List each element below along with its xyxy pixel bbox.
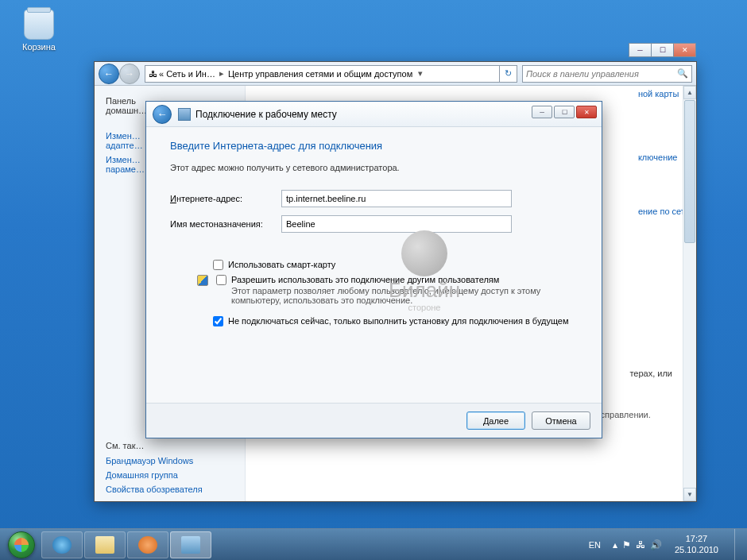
system-tray: EN ▴ ⚑ 🖧 🔊 17:27 25.10.2010 [585, 529, 744, 561]
sidebar-link-homegroup[interactable]: Домашняя группа [101, 468, 244, 482]
cancel-button[interactable]: Отмена [532, 411, 590, 430]
sidebar-see-also: См. так… [101, 438, 244, 454]
taskbar: EN ▴ ⚑ 🖧 🔊 17:27 25.10.2010 [0, 528, 747, 560]
search-icon: 🔍 [677, 68, 688, 79]
wizard-icon [178, 108, 191, 121]
flag-icon[interactable]: ⚑ [622, 539, 631, 550]
breadcrumb[interactable]: 🖧 « Сеть и Ин… ▸ Центр управления сетями… [145, 65, 500, 83]
wizard-hint: Этот адрес можно получить у сетевого адм… [170, 163, 578, 172]
minimize-button[interactable]: ─ [629, 43, 652, 57]
ie-icon [52, 536, 72, 554]
show-desktop-button[interactable] [734, 529, 742, 561]
smartcard-label: Использовать смарт-карту [228, 260, 335, 269]
breadcrumb-part[interactable]: Центр управления сетями и общим доступом [228, 69, 412, 79]
smartcard-checkbox[interactable] [213, 260, 223, 270]
start-button[interactable] [3, 531, 40, 559]
dont-connect-now-checkbox[interactable] [213, 316, 223, 326]
scroll-thumb[interactable] [684, 100, 695, 243]
wizard-heading: Введите Интернета-адрес для подключения [170, 140, 578, 152]
close-button[interactable]: ✕ [673, 43, 696, 57]
wizard-maximize-button[interactable]: ☐ [554, 106, 575, 118]
breadcrumb-part[interactable]: « Сеть и Ин… [159, 69, 215, 79]
destination-name-input[interactable] [281, 215, 512, 233]
breadcrumb-dropdown[interactable]: ▾ [414, 68, 427, 79]
nav-forward-button[interactable]: → [119, 64, 140, 84]
next-button[interactable]: Далее [466, 411, 525, 430]
other-computers-text: терах, или [629, 369, 672, 378]
volume-icon[interactable]: 🔊 [650, 539, 662, 550]
search-input[interactable]: Поиск в панели управления 🔍 [522, 65, 692, 83]
tray-chevron-icon[interactable]: ▴ [613, 539, 617, 550]
window-controls: ─ ☐ ✕ [629, 43, 696, 57]
scroll-down-icon[interactable]: ▼ [683, 488, 696, 501]
search-placeholder: Поиск в панели управления [526, 69, 639, 79]
internet-address-input[interactable] [281, 190, 512, 207]
taskbar-controlpanel[interactable] [170, 531, 211, 558]
wizard-title: Подключение к рабочему месту [195, 109, 337, 120]
shield-icon [197, 275, 208, 286]
clock-date: 25.10.2010 [675, 545, 718, 555]
internet-address-label: Интернете-адрес: [170, 194, 281, 203]
taskbar-mediaplayer[interactable] [127, 531, 168, 558]
scroll-up-icon[interactable]: ▲ [683, 86, 696, 99]
recycle-bin-label: Корзина [17, 42, 60, 52]
control-panel-icon [181, 536, 200, 554]
address-bar: ← → 🖧 « Сеть и Ин… ▸ Центр управления се… [95, 62, 696, 86]
network-tray-icon[interactable]: 🖧 [636, 539, 645, 550]
tray-icons[interactable]: ▴ ⚑ 🖧 🔊 [613, 539, 662, 550]
recycle-bin[interactable]: Корзина [17, 10, 60, 52]
vpn-wizard-dialog: ─ ☐ ✕ ← Подключение к рабочему месту Бил… [145, 101, 602, 438]
nav-back-button[interactable]: ← [99, 64, 119, 84]
taskbar-ie[interactable] [41, 531, 83, 558]
windows-logo-icon [8, 531, 35, 558]
clock[interactable]: 17:27 25.10.2010 [670, 534, 723, 554]
language-indicator[interactable]: EN [585, 539, 605, 551]
chevron-right-icon: ▸ [217, 68, 226, 79]
scrollbar[interactable]: ▲ ▼ [683, 86, 696, 501]
wizard-minimize-button[interactable]: ─ [532, 106, 552, 118]
taskbar-explorer[interactable] [84, 531, 126, 558]
refresh-button[interactable]: ↻ [500, 65, 517, 83]
destination-name-label: Имя местоназначения: [170, 219, 281, 229]
wizard-close-button[interactable]: ✕ [576, 106, 597, 118]
allow-others-checkbox[interactable] [216, 275, 226, 285]
folder-icon [95, 536, 114, 554]
dont-connect-now-label: Не подключаться сейчас, только выполнить… [228, 316, 569, 326]
sidebar-link-firewall[interactable]: Брандмауэр Windows [101, 454, 244, 468]
clock-time: 17:27 [675, 534, 718, 544]
maximize-button[interactable]: ☐ [651, 43, 674, 57]
wizard-back-button[interactable]: ← [153, 105, 172, 124]
allow-others-label: Разрешить использовать это подключение д… [231, 275, 499, 284]
allow-others-desc: Этот параметр позволяет любому пользоват… [231, 286, 578, 305]
network-icon: 🖧 [149, 69, 157, 79]
sidebar-link-ieoptions[interactable]: Свойства обозревателя [101, 482, 244, 496]
recycle-bin-icon [24, 10, 54, 40]
media-player-icon [138, 536, 157, 554]
